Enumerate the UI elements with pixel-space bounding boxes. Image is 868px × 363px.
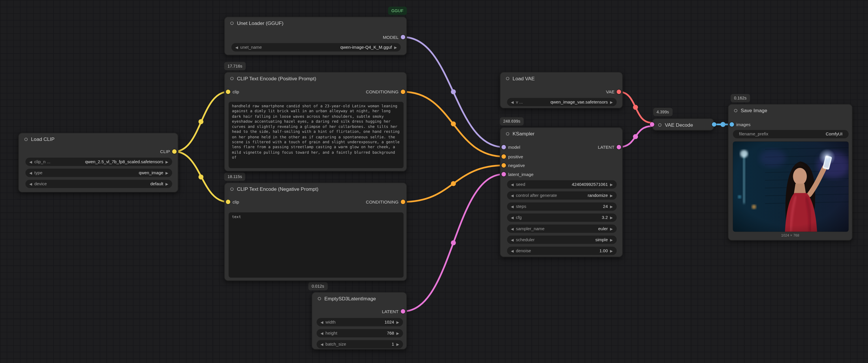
node-graph-canvas[interactable]: GGUF 17.716s 18.115s 0.012s 248.699s 4.3… — [0, 0, 868, 363]
increment-arrow-icon[interactable]: ▶ — [164, 160, 169, 164]
port-model-output[interactable] — [401, 35, 405, 39]
node-save-image[interactable]: Save Image images filename_prefix ComfyU… — [728, 104, 852, 241]
widget-clip-name[interactable]: ◀ clip_n ... qwen_2.5_vl_7b_fp8_scaled.s… — [26, 158, 172, 166]
node-header[interactable]: Load CLIP — [19, 133, 178, 145]
collapse-dot[interactable] — [230, 188, 234, 191]
link-midpoint-dot[interactable] — [720, 122, 725, 127]
decrement-arrow-icon[interactable]: ◀ — [510, 193, 515, 198]
decrement-arrow-icon[interactable]: ◀ — [319, 342, 324, 346]
increment-arrow-icon[interactable]: ▶ — [393, 45, 398, 49]
decrement-arrow-icon[interactable]: ◀ — [28, 160, 33, 164]
port-conditioning-output-positive[interactable] — [401, 90, 405, 94]
decrement-arrow-icon[interactable]: ◀ — [510, 183, 515, 187]
decrement-arrow-icon[interactable]: ◀ — [510, 249, 515, 253]
link-midpoint-dot[interactable] — [198, 119, 204, 124]
port-conditioning-output-negative[interactable] — [401, 200, 405, 204]
port-ksampler-latent-output[interactable] — [617, 145, 621, 149]
widget-cfg[interactable]: ◀ cfg 3.2 ▶ — [507, 213, 617, 222]
widget-height[interactable]: ◀ height 768 ▶ — [317, 329, 403, 337]
link-midpoint-dot[interactable] — [633, 105, 638, 109]
increment-arrow-icon[interactable]: ▶ — [395, 342, 400, 346]
port-save-image-images-input[interactable] — [730, 122, 734, 127]
increment-arrow-icon[interactable]: ▶ — [609, 249, 614, 253]
port-ksampler-positive-input[interactable] — [501, 154, 506, 159]
widget-seed[interactable]: ◀ seed 424040992571061 ▶ — [507, 180, 617, 189]
decrement-arrow-icon[interactable]: ◀ — [510, 100, 515, 104]
node-load-vae[interactable]: Load VAE VAE ◀ v ... qwen_image_vae.safe… — [500, 72, 622, 108]
negative-prompt-textarea[interactable]: text — [229, 212, 404, 277]
widget-steps[interactable]: ◀ steps 24 ▶ — [507, 202, 617, 211]
widget-filename-prefix[interactable]: filename_prefix ComfyUI — [733, 130, 849, 138]
widget-type[interactable]: ◀ type qwen_image ▶ — [26, 169, 172, 177]
node-unet-loader[interactable]: Unet Loader (GGUF) MODEL ◀ unet_name qwe… — [224, 16, 407, 55]
widget-device[interactable]: ◀ device default ▶ — [26, 180, 172, 188]
increment-arrow-icon[interactable]: ▶ — [609, 100, 614, 104]
decrement-arrow-icon[interactable]: ◀ — [28, 170, 33, 175]
increment-arrow-icon[interactable]: ▶ — [164, 182, 169, 186]
widget-control-after-generate[interactable]: ◀ control after generate randomize ▶ — [507, 191, 617, 200]
node-ksampler[interactable]: KSampler model LATENT positive negative … — [500, 127, 622, 257]
link-midpoint-dot[interactable] — [633, 134, 638, 139]
port-vae-output[interactable] — [617, 90, 621, 94]
increment-arrow-icon[interactable]: ▶ — [609, 226, 614, 231]
link-midpoint-dot[interactable] — [451, 89, 456, 94]
collapse-dot[interactable] — [24, 138, 28, 141]
link-midpoint-dot[interactable] — [451, 240, 456, 245]
node-header[interactable]: Unet Loader (GGUF) — [225, 17, 406, 29]
widget-vae-name[interactable]: ◀ v ... qwen_image_vae.safetensors ▶ — [507, 98, 617, 106]
port-vae-decode-image-output[interactable] — [712, 122, 716, 127]
preview-image[interactable] — [733, 141, 849, 232]
collapse-dot[interactable] — [506, 77, 509, 80]
node-clip-text-encode-negative[interactable]: CLIP Text Encode (Negative Prompt) clip … — [224, 183, 407, 281]
link-midpoint-dot[interactable] — [451, 122, 456, 126]
decrement-arrow-icon[interactable]: ◀ — [319, 320, 324, 324]
increment-arrow-icon[interactable]: ▶ — [395, 331, 400, 335]
increment-arrow-icon[interactable]: ▶ — [609, 193, 614, 198]
collapse-dot[interactable] — [318, 297, 321, 300]
increment-arrow-icon[interactable]: ▶ — [395, 320, 400, 324]
port-latent-output-empty[interactable] — [401, 309, 405, 314]
collapse-dot[interactable] — [734, 109, 737, 112]
increment-arrow-icon[interactable]: ▶ — [609, 204, 614, 209]
port-ksampler-model-input[interactable] — [501, 145, 506, 149]
positive-prompt-textarea[interactable]: handheld raw smartphone candid shot of a… — [229, 102, 404, 168]
node-header[interactable]: VAE Decode — [653, 119, 714, 131]
decrement-arrow-icon[interactable]: ◀ — [510, 216, 515, 220]
widget-batch-size[interactable]: ◀ batch_size 1 ▶ — [317, 340, 403, 349]
decrement-arrow-icon[interactable]: ◀ — [510, 226, 515, 231]
node-header[interactable]: KSampler — [500, 128, 622, 140]
port-ksampler-negative-input[interactable] — [501, 163, 506, 168]
decrement-arrow-icon[interactable]: ◀ — [510, 237, 515, 242]
widget-unet-name[interactable]: ◀ unet_name qwen-image-Q4_K_M.gguf ▶ — [231, 43, 401, 52]
port-clip-input-negative[interactable] — [226, 200, 230, 204]
collapse-dot[interactable] — [658, 123, 661, 126]
increment-arrow-icon[interactable]: ▶ — [164, 170, 169, 175]
node-header[interactable]: Save Image — [728, 105, 852, 117]
decrement-arrow-icon[interactable]: ◀ — [28, 182, 33, 186]
widget-sampler-name[interactable]: ◀ sampler_name euler ▶ — [507, 224, 617, 233]
widget-scheduler[interactable]: ◀ scheduler simple ▶ — [507, 236, 617, 244]
port-vae-decode-input[interactable] — [650, 122, 654, 127]
node-clip-text-encode-positive[interactable]: CLIP Text Encode (Positive Prompt) clip … — [224, 72, 407, 171]
node-header[interactable]: CLIP Text Encode (Positive Prompt) — [225, 72, 406, 85]
decrement-arrow-icon[interactable]: ◀ — [234, 45, 239, 49]
collapse-dot[interactable] — [230, 77, 234, 80]
node-vae-decode[interactable]: VAE Decode — [652, 118, 714, 130]
increment-arrow-icon[interactable]: ▶ — [609, 237, 614, 242]
widget-width[interactable]: ◀ width 1024 ▶ — [317, 318, 403, 327]
collapse-dot[interactable] — [506, 132, 509, 135]
port-ksampler-latent-image-input[interactable] — [501, 172, 506, 176]
link-midpoint-dot[interactable] — [198, 174, 204, 179]
port-clip-input-positive[interactable] — [226, 90, 230, 94]
node-header[interactable]: Load VAE — [500, 72, 622, 85]
collapse-dot[interactable] — [230, 22, 234, 25]
increment-arrow-icon[interactable]: ▶ — [609, 183, 614, 187]
link-midpoint-dot[interactable] — [451, 181, 456, 186]
increment-arrow-icon[interactable]: ▶ — [609, 216, 614, 220]
widget-denoise[interactable]: ◀ denoise 1.00 ▶ — [507, 247, 617, 255]
node-empty-sd3-latent-image[interactable]: EmptySD3LatentImage LATENT ◀ width 1024 … — [312, 292, 407, 350]
node-header[interactable]: CLIP Text Encode (Negative Prompt) — [225, 183, 406, 195]
node-header[interactable]: EmptySD3LatentImage — [312, 293, 406, 305]
node-load-clip[interactable]: Load CLIP CLIP ◀ clip_n ... qwen_2.5_vl_… — [18, 133, 178, 193]
decrement-arrow-icon[interactable]: ◀ — [510, 204, 515, 209]
